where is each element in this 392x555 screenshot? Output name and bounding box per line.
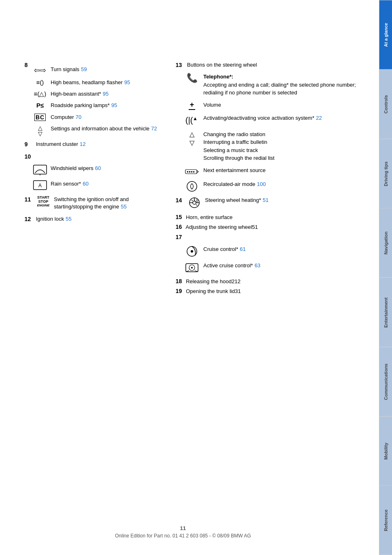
high-beams-text: High beams, headlamp flasher95 xyxy=(51,79,163,86)
sidebar-item-reference[interactable]: Reference xyxy=(379,486,392,555)
item-17-active-cruise: Active cruise control*63 xyxy=(184,262,371,274)
sidebar-item-communications[interactable]: Communications xyxy=(379,347,392,416)
item-9-number: 9 xyxy=(24,141,33,148)
telephone-icon: 📞 xyxy=(184,73,200,83)
item-14: 14 xyxy=(176,197,371,209)
high-beam-icon: ≡() xyxy=(33,79,47,86)
windshield-wiper-icon xyxy=(33,165,47,176)
voice-activation-text: Activating/deactivating voice activation… xyxy=(203,114,371,122)
svg-text:(|(: (|( xyxy=(185,116,193,125)
item-10-windshield-wipers: Windshield wipers60 xyxy=(33,165,163,176)
item-13-header: 13 Buttons on the steering wheel xyxy=(176,61,371,69)
item-8-turn-signals: ⇦⇨ Turn signals59 xyxy=(33,66,163,75)
item-11: 11 START STOP ENGINE Switching the ignit… xyxy=(24,196,163,210)
item-17-number: 17 xyxy=(176,234,184,240)
computer-text: Computer70 xyxy=(51,114,163,121)
high-beam-assist-icon: ≡(△) xyxy=(33,90,47,98)
item-15: 15 Horn, entire surface xyxy=(176,214,371,220)
footer-text: Online Edition for Part no. 01 41 2 603 … xyxy=(0,533,366,539)
item-8-number: 8 xyxy=(24,62,33,68)
settings-icon: △▽ xyxy=(33,125,47,137)
item-14-text: Steering wheel heating*51 xyxy=(205,197,371,204)
turn-signal-icon: ⇦⇨ xyxy=(33,66,47,75)
item-17-header: 17 xyxy=(176,233,371,240)
item-13-radio: △ ▽ Changing the radio station Interrupt… xyxy=(184,130,371,162)
item-13-entertainment: Next entertainment source xyxy=(184,166,371,176)
item-16-text: Adjusting the steering wheel xyxy=(185,224,252,230)
main-content: 8 ⇦⇨ Turn signals59 ≡() xyxy=(0,0,379,555)
svg-point-13 xyxy=(187,181,197,191)
item-8-high-beams: ≡() High beams, headlamp flasher95 xyxy=(33,79,163,86)
parking-lamp-icon: P≤ xyxy=(33,102,47,109)
two-column-layout: 8 ⇦⇨ Turn signals59 ≡() xyxy=(24,61,371,298)
active-cruise-text: Active cruise control*63 xyxy=(203,262,371,270)
sidebar-item-entertainment[interactable]: Entertainment xyxy=(379,278,392,347)
sidebar-item-mobility[interactable]: Mobility xyxy=(379,416,392,486)
item-15-text: Horn, entire surface xyxy=(186,214,232,220)
page-footer: 11 Online Edition for Part no. 01 41 2 6… xyxy=(0,525,366,539)
telephone-text: Telephone*: Accepting and ending a call;… xyxy=(203,73,371,97)
item-11-number: 11 xyxy=(24,196,33,203)
start-stop-icon: START STOP ENGINE xyxy=(36,196,51,208)
item-13-recirculated-air: Recirculated-air mode100 xyxy=(184,180,371,192)
entertainment-icon xyxy=(184,166,200,176)
item-16: 16 Adjusting the steering wheel51 xyxy=(176,224,371,230)
rain-sensor-text: Rain sensor*60 xyxy=(51,180,163,188)
sidebar-item-navigation[interactable]: Navigation xyxy=(379,208,392,278)
item-8-computer: BC Computer70 xyxy=(33,114,163,121)
sidebar: At a glance Controls Driving tips Naviga… xyxy=(379,0,392,555)
windshield-wipers-text: Windshield wipers60 xyxy=(51,165,163,172)
svg-rect-8 xyxy=(189,171,190,172)
item-9-text: Instrument cluster12 xyxy=(36,141,163,148)
sidebar-item-at-a-glance[interactable]: At a glance xyxy=(379,0,392,69)
cruise-control-icon xyxy=(184,245,200,257)
svg-line-11 xyxy=(197,170,198,172)
svg-rect-9 xyxy=(191,171,192,172)
item-12-number: 12 xyxy=(24,216,33,222)
entertainment-text: Next entertainment source xyxy=(203,166,371,175)
item-19-text: Opening the trunk lid xyxy=(186,288,235,294)
item-18-text: Releasing the hood xyxy=(186,278,232,284)
right-column: 13 Buttons on the steering wheel 📞 Telep… xyxy=(176,61,371,298)
recirculated-air-icon xyxy=(184,180,200,192)
item-13-volume: + Volume xyxy=(184,101,371,110)
item-13-telephone: 📞 Telephone*: Accepting and ending a cal… xyxy=(184,73,371,97)
item-12: 12 Ignition lock55 xyxy=(24,215,163,223)
steering-heating-icon xyxy=(187,197,202,209)
item-18: 18 Releasing the hood212 xyxy=(176,278,371,284)
left-column: 8 ⇦⇨ Turn signals59 ≡() xyxy=(24,61,163,298)
item-9: 9 Instrument cluster12 xyxy=(24,141,163,148)
item-8-high-beam-assist: ≡(△) High-beam assistant*95 xyxy=(33,90,163,98)
high-beam-assist-text: High-beam assistant*95 xyxy=(51,90,163,98)
page-number: 11 xyxy=(0,525,366,531)
parking-lamps-text: Roadside parking lamps*95 xyxy=(51,102,163,109)
page-container: 8 ⇦⇨ Turn signals59 ≡() xyxy=(0,0,392,555)
item-11-text: Switching the ignition on/off and starti… xyxy=(54,196,163,210)
item-8-settings: △▽ Settings and information about the ve… xyxy=(33,125,163,137)
item-10-header: 10 xyxy=(24,153,163,160)
svg-text:A: A xyxy=(38,183,42,188)
item-17-cruise-control: Cruise control*61 xyxy=(184,245,371,257)
svg-point-20 xyxy=(191,250,193,253)
sidebar-item-driving-tips[interactable]: Driving tips xyxy=(379,139,392,208)
svg-line-12 xyxy=(197,172,198,173)
svg-point-25 xyxy=(191,267,193,269)
active-cruise-icon xyxy=(184,262,200,274)
item-12-text: Ignition lock55 xyxy=(36,215,163,223)
svg-text:▲: ▲ xyxy=(193,116,198,121)
svg-point-15 xyxy=(193,201,196,204)
rain-sensor-icon: A xyxy=(33,180,47,192)
radio-icon: △ ▽ xyxy=(184,130,200,147)
turn-signals-text: Turn signals59 xyxy=(51,66,163,73)
item-13-voice-activation: (|( ▲ Activating/deactivating voice acti… xyxy=(184,114,371,126)
sidebar-item-controls[interactable]: Controls xyxy=(379,69,392,139)
volume-icon: + xyxy=(184,101,200,110)
computer-icon: BC xyxy=(33,114,47,121)
svg-rect-7 xyxy=(187,171,188,172)
item-8-parking-lamps: P≤ Roadside parking lamps*95 xyxy=(33,102,163,109)
item-10-number: 10 xyxy=(24,153,33,160)
cruise-control-text: Cruise control*61 xyxy=(203,245,371,253)
svg-rect-10 xyxy=(193,171,194,172)
volume-text: Volume xyxy=(203,101,371,109)
item-10-rain-sensor: A Rain sensor*60 xyxy=(33,180,163,192)
